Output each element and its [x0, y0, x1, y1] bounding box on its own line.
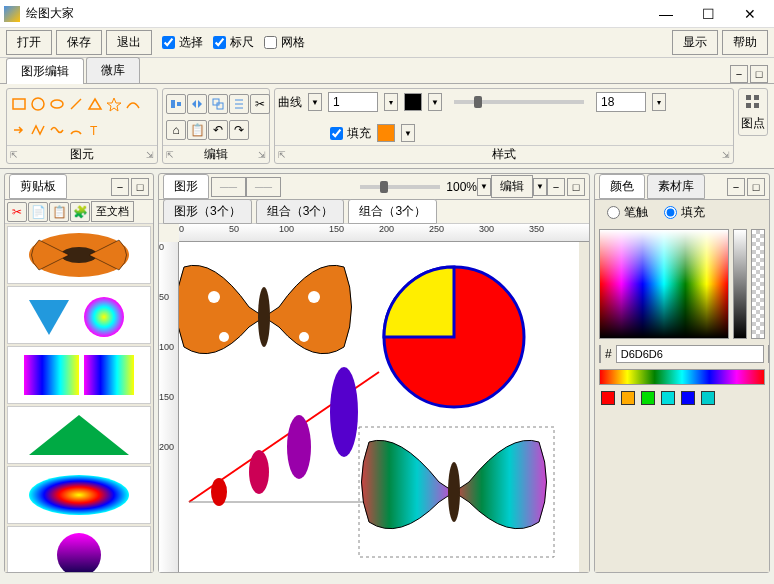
border-width-stepper[interactable]: ▾	[652, 93, 666, 111]
shape-star[interactable]	[105, 95, 123, 113]
shape-triangle[interactable]	[86, 95, 104, 113]
current-color[interactable]	[599, 345, 601, 363]
panel-min-button[interactable]: −	[547, 178, 565, 196]
clip-item[interactable]	[7, 526, 151, 572]
alpha-slider[interactable]	[751, 229, 765, 339]
shape-ellipse[interactable]	[48, 95, 66, 113]
swatch[interactable]	[641, 391, 655, 405]
display-button[interactable]: 显示	[672, 30, 718, 55]
lightness-slider[interactable]	[733, 229, 747, 339]
expand-icon[interactable]: ⇱	[10, 150, 18, 160]
panel-expand-button[interactable]: □	[750, 65, 768, 83]
fill-radio[interactable]: 填充	[664, 204, 705, 221]
arrange-icon[interactable]	[229, 94, 249, 114]
swatch[interactable]	[701, 391, 715, 405]
close-button[interactable]: ✕	[730, 2, 770, 26]
swatch[interactable]	[621, 391, 635, 405]
shape-arrow[interactable]	[10, 121, 28, 139]
cut-icon[interactable]: ✂	[7, 202, 27, 222]
zoom-slider[interactable]	[360, 185, 440, 189]
shape-circle[interactable]	[29, 95, 47, 113]
maximize-button[interactable]: ☐	[688, 2, 728, 26]
line-width-input[interactable]: 1	[328, 92, 378, 112]
canvas-tab[interactable]: 组合（3个）	[348, 199, 437, 224]
help-button[interactable]: 帮助	[722, 30, 768, 55]
canvas-title-tab[interactable]: 图形	[163, 174, 209, 199]
expand-icon[interactable]: ⇲	[722, 150, 730, 160]
clip-item[interactable]	[7, 346, 151, 404]
save-button[interactable]: 保存	[56, 30, 102, 55]
opacity-slider[interactable]	[454, 100, 584, 104]
panel-min-button[interactable]: −	[111, 178, 129, 196]
panel-max-button[interactable]: □	[131, 178, 149, 196]
shape-polyline[interactable]	[29, 121, 47, 139]
exit-button[interactable]: 退出	[106, 30, 152, 55]
gradient-strip[interactable]	[599, 369, 765, 385]
fill-checkbox[interactable]: 填充	[330, 125, 371, 142]
ruler-checkbox[interactable]: 标尺	[213, 34, 254, 51]
cut-icon[interactable]: ✂	[250, 94, 270, 114]
canvas[interactable]	[179, 242, 579, 572]
panel-collapse-button[interactable]: −	[730, 65, 748, 83]
fill-color[interactable]	[377, 124, 395, 142]
copy-icon[interactable]: 📄	[28, 202, 48, 222]
grid-checkbox[interactable]: 网格	[264, 34, 305, 51]
fill-color-dropdown[interactable]: ▼	[401, 124, 415, 142]
border-width-input[interactable]: 18	[596, 92, 646, 112]
to-text-button[interactable]: 至文档	[91, 201, 134, 222]
edit-dropdown[interactable]: ▼	[533, 178, 547, 196]
clip-item[interactable]	[7, 226, 151, 284]
clip-item[interactable]	[7, 466, 151, 524]
color-panel: 颜色 素材库 −□ 笔触 填充 # ▼	[594, 173, 770, 573]
edit-button[interactable]: 编辑	[491, 175, 533, 198]
color-tab[interactable]: 颜色	[599, 174, 645, 199]
paste-icon[interactable]: 📋	[187, 120, 207, 140]
image-dot-button[interactable]: 图点	[738, 88, 768, 136]
expand-icon[interactable]: ⇱	[166, 150, 174, 160]
minimize-button[interactable]: —	[646, 2, 686, 26]
align-left-icon[interactable]	[166, 94, 186, 114]
expand-icon[interactable]: ⇲	[258, 150, 266, 160]
panel-max-button[interactable]: □	[747, 178, 765, 196]
curve-dropdown[interactable]: ▼	[308, 93, 322, 111]
shape-curve[interactable]	[124, 95, 142, 113]
undo-icon[interactable]: ↶	[208, 120, 228, 140]
expand-icon[interactable]: ⇲	[146, 150, 154, 160]
clip-item[interactable]	[7, 406, 151, 464]
swatch[interactable]	[661, 391, 675, 405]
clip-item[interactable]	[7, 286, 151, 344]
shape-wave[interactable]	[48, 121, 66, 139]
home-icon[interactable]: ⌂	[166, 120, 186, 140]
panel-max-button[interactable]: □	[567, 178, 585, 196]
paste-icon[interactable]: 📋	[49, 202, 69, 222]
attach-icon[interactable]: 🧩	[70, 202, 90, 222]
color-dropdown[interactable]: ▼	[768, 345, 769, 363]
brush-radio[interactable]: 笔触	[607, 204, 648, 221]
stroke-color[interactable]	[404, 93, 422, 111]
tab-micro-lib[interactable]: 微库	[86, 57, 140, 83]
flip-h-icon[interactable]	[187, 94, 207, 114]
material-tab[interactable]: 素材库	[647, 174, 705, 199]
redo-icon[interactable]: ↷	[229, 120, 249, 140]
swatch[interactable]	[601, 391, 615, 405]
line-width-stepper[interactable]: ▾	[384, 93, 398, 111]
shape-arc[interactable]	[67, 121, 85, 139]
shape-text[interactable]: T	[86, 121, 104, 139]
swatch[interactable]	[681, 391, 695, 405]
shape-line[interactable]	[67, 95, 85, 113]
canvas-tab[interactable]: 图形（3个）	[163, 199, 252, 224]
expand-icon[interactable]: ⇱	[278, 150, 286, 160]
select-checkbox[interactable]: 选择	[162, 34, 203, 51]
stroke-color-dropdown[interactable]: ▼	[428, 93, 442, 111]
shape-rect[interactable]	[10, 95, 28, 113]
tab-shape-edit[interactable]: 图形编辑	[6, 58, 84, 84]
zoom-dropdown[interactable]: ▼	[477, 178, 491, 196]
canvas-tab[interactable]: 组合（3个）	[256, 199, 345, 224]
color-field[interactable]	[599, 229, 729, 339]
open-button[interactable]: 打开	[6, 30, 52, 55]
hex-input[interactable]	[616, 345, 764, 363]
svg-rect-8	[177, 102, 181, 106]
panel-min-button[interactable]: −	[727, 178, 745, 196]
clipboard-tab[interactable]: 剪贴板	[9, 174, 67, 199]
group-icon[interactable]	[208, 94, 228, 114]
